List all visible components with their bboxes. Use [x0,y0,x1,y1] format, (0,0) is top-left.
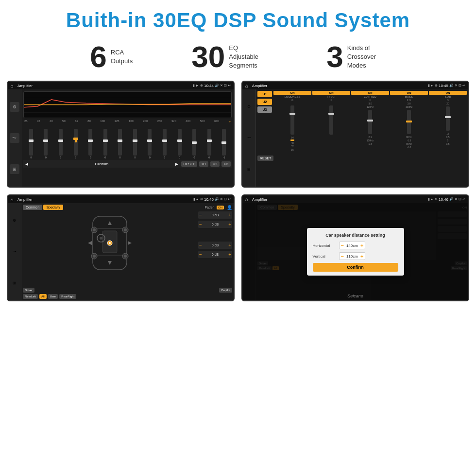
amp-channel-loudness: ON LOUDNESS G 64 48 32 16 [273,91,311,151]
dialog-horizontal-plus[interactable]: + [360,243,363,248]
dialog-vertical-minus[interactable]: − [341,253,344,259]
vol-plus-3[interactable]: + [228,252,231,257]
speaker-balance-icon[interactable]: ⊞ [13,281,16,285]
eq-next-btn[interactable]: ► [174,161,179,167]
amp-loudness-header[interactable]: ON [273,91,311,95]
spk-btn-driver[interactable]: Driver [23,288,34,293]
eq-slider-4[interactable]: 0 [84,129,97,159]
eq-slider-0[interactable]: 0 [24,129,38,159]
speaker-volume-icon: 🔊 [215,197,219,201]
speaker-home-icon[interactable]: ⌂ [11,197,14,202]
eq-slider-3[interactable]: 5 [69,129,83,159]
stat-eq: 30 EQ AdjustableSegments [162,42,297,72]
stat-eq-label: EQ AdjustableSegments [229,44,268,70]
spk-btn-rearleft[interactable]: RearLeft [23,294,38,299]
amp-reset-btn[interactable]: RESET [257,156,273,161]
amp-screen: ⌂ Amplifier ▮ ● ⊕ 10:45 🔊 ✕ ⊡ ↩ ⚙ 〜 ⊞ [241,81,469,188]
svg-marker-19 [108,221,112,225]
amp-phat-slider[interactable] [329,105,333,135]
eq-slider-8[interactable]: 0 [143,129,157,159]
eq-balance-icon[interactable]: ⊞ [10,164,19,174]
eq-u2-btn[interactable]: U2 [210,161,220,167]
eq-prev-btn[interactable]: ◄ [24,161,29,167]
amp-preset-u2[interactable]: U2 [257,99,272,105]
vol-plus-2[interactable]: + [228,243,231,248]
dialog-confirm-button[interactable]: Confirm [313,263,398,272]
amp-balance-icon[interactable]: ⊞ [247,167,251,172]
stat-rca: 6 RCAOutputs [61,42,162,72]
eq-slider-6[interactable]: 0 [113,129,127,159]
amp-window-icon: ⊡ [459,84,461,87]
spk-btn-all[interactable]: All [39,294,47,299]
back-icon[interactable]: ↩ [228,84,231,87]
vol-val-3: 0 dB [203,253,227,256]
amp-wave-icon[interactable]: 〜 [247,135,251,140]
amp-home-icon[interactable]: ⌂ [245,83,248,88]
amp-media-icons: ▮ ● [428,84,433,87]
vol-minus-3[interactable]: − [199,252,202,257]
eq-slider-13[interactable]: -1 [218,129,231,159]
amp-close-icon: ✕ [455,84,458,87]
spk-btn-copilot[interactable]: Copilot [219,288,232,293]
eq-slider-11[interactable]: -1 [187,129,201,159]
vol-minus-2[interactable]: − [199,243,202,248]
amp-bass-slider[interactable] [407,110,411,134]
home-icon[interactable]: ⌂ [11,83,14,88]
speaker-screen-body: ⚙ 〜 ⊞ Common Specialty Fader ON 👤 [8,203,234,300]
speaker-back-icon[interactable]: ↩ [228,197,231,201]
amp-bass-header[interactable]: ON [390,91,428,95]
vol-plus-0[interactable]: + [228,212,231,218]
amp-preset-u3[interactable]: U3 [257,106,272,113]
eq-time: 10:44 [204,84,214,88]
dialog-row-horizontal: Horizontal − 140cm + [313,242,398,249]
amp-cutfreq-header[interactable]: ON [351,91,389,95]
amp-settings-icon[interactable]: ⚙ [247,104,251,109]
vol-minus-0[interactable]: − [199,212,202,218]
spk-btn-user[interactable]: User [48,294,58,299]
speaker-window-icon: ⊡ [224,197,227,201]
eq-reset-btn[interactable]: RESET [181,161,197,167]
speaker-screen: ⌂ Amplifier ▮ ● ⊕ 10:46 🔊 ✕ ⊡ ↩ ⚙ 〜 ⊞ Co… [7,194,235,301]
eq-slider-1[interactable]: 0 [39,129,53,159]
eq-u3-btn[interactable]: U3 [221,161,231,167]
amp-sub-header[interactable]: ON [429,91,467,95]
page-header: Buith-in 30EQ DSP Sound System [0,0,476,37]
eq-status-bar: ⌂ Amplifier ▮ ▶ ⊕ 10:44 🔊 ✕ ⊡ ↩ [8,82,234,89]
amp-loudness-label: LOUDNESS [284,95,300,98]
vol-plus-1[interactable]: + [228,222,231,227]
eq-sliders: 0 0 0 5 [23,125,232,159]
fader-toggle[interactable]: ON [217,206,224,209]
eq-slider-9[interactable]: 0 [158,129,171,159]
amp-back-icon[interactable]: ↩ [462,84,465,87]
profile-icon[interactable]: 👤 [227,205,232,210]
eq-slider-12[interactable]: 0 [203,129,216,159]
speaker-settings-icon[interactable]: ⚙ [13,218,16,223]
vol-val-1: 0 dB [203,223,227,226]
speaker-tab-common[interactable]: Common [23,205,42,210]
dialog-back-icon[interactable]: ↩ [462,197,465,201]
amp-sub-slider[interactable] [446,106,450,131]
dialog-home-icon[interactable]: ⌂ [245,197,248,202]
stats-row: 6 RCAOutputs 30 EQ AdjustableSegments 3 … [0,37,476,79]
eq-slider-5[interactable]: 0 [99,129,112,159]
dialog-horizontal-minus[interactable]: − [341,243,344,248]
eq-settings-icon[interactable]: ⚙ [10,102,19,112]
dialog-horizontal-value: 140cm [345,243,359,248]
speaker-main: Common Specialty Fader ON 👤 [21,203,234,300]
eq-slider-10[interactable]: 0 [173,129,187,159]
speaker-tab-specialty[interactable]: Specialty [43,205,63,210]
amp-preset-u1[interactable]: U1 [257,91,272,97]
eq-u1-btn[interactable]: U1 [199,161,208,167]
seicane-watermark: Seicane [347,294,363,298]
amp-loudness-slider[interactable] [290,105,294,135]
eq-screen: ⌂ Amplifier ▮ ▶ ⊕ 10:44 🔊 ✕ ⊡ ↩ ⚙ 〜 ⊞ [7,81,235,188]
eq-slider-7[interactable]: 0 [128,129,142,159]
speaker-wave-icon[interactable]: 〜 [13,249,17,254]
eq-wave-icon[interactable]: 〜 [10,133,19,143]
amp-cutfreq-slider[interactable] [368,110,372,134]
eq-slider-2[interactable]: 0 [54,129,68,159]
dialog-vertical-plus[interactable]: + [360,253,363,259]
vol-minus-1[interactable]: − [199,222,202,227]
amp-phat-header[interactable]: ON [312,91,350,95]
spk-btn-rearright[interactable]: RearRight [59,294,76,299]
